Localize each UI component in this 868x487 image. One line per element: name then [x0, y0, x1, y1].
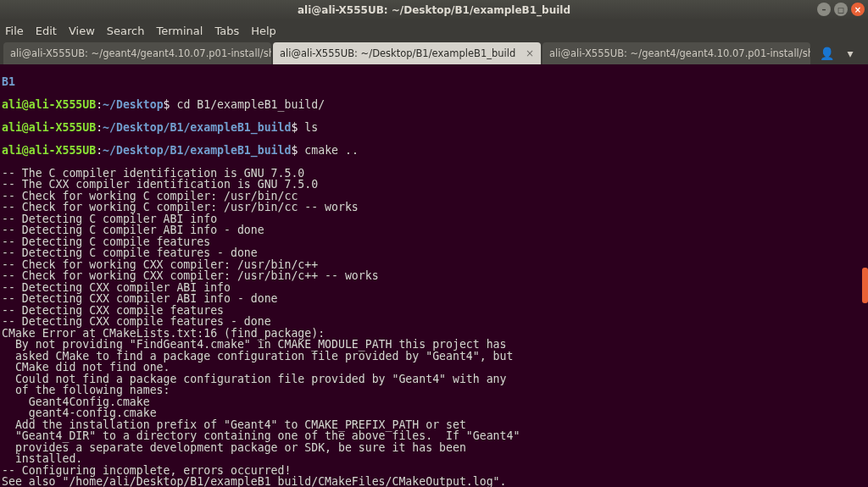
- maximize-icon[interactable]: ◻: [834, 3, 848, 16]
- prompt-colon: :: [96, 98, 103, 111]
- window-title: ali@ali-X555UB: ~/Desktop/B1/exampleB1_b…: [298, 4, 570, 16]
- output-text: of the following names:: [2, 385, 866, 396]
- minimize-icon[interactable]: –: [817, 3, 831, 16]
- prompt-userhost: ali@ali-X555UB: [2, 121, 96, 134]
- output-text: -- Check for working C compiler: /usr/bi…: [2, 202, 866, 213]
- menu-search[interactable]: Search: [107, 25, 145, 37]
- menu-file[interactable]: File: [5, 25, 24, 37]
- command-text: cd B1/exampleB1_build/: [176, 98, 325, 111]
- scrollbar-thumb[interactable]: [862, 268, 868, 303]
- output-text: "Geant4_DIR" to a directory containing o…: [2, 430, 866, 442]
- output-text: -- Detecting C compile features - done: [2, 247, 866, 259]
- output-text: Could not find a package configuration f…: [2, 374, 866, 385]
- command-text: cmake ..: [304, 144, 359, 157]
- output-text: -- The CXX compiler identification is GN…: [2, 179, 866, 191]
- menu-bar: File Edit View Search Terminal Tabs Help: [0, 20, 868, 41]
- menu-edit[interactable]: Edit: [36, 25, 57, 37]
- tab-2[interactable]: ali@ali-X555UB: ~/Desktop/B1/exampleB1_b…: [273, 42, 541, 64]
- tab-close-icon[interactable]: ×: [522, 47, 534, 59]
- tab-label: ali@ali-X555UB: ~/geant4/geant4.10.07.p0…: [10, 47, 271, 59]
- tab-label: ali@ali-X555UB: ~/geant4/geant4.10.07.p0…: [549, 47, 810, 59]
- output-text: -- Detecting CXX compile features: [2, 305, 866, 317]
- window-controls: – ◻ ×: [817, 3, 865, 16]
- tab-menu-icon[interactable]: ▾: [841, 44, 860, 63]
- output-text: geant4-config.cmake: [2, 407, 866, 419]
- menu-view[interactable]: View: [69, 25, 95, 37]
- output-text: -- Detecting C compile features: [2, 236, 866, 248]
- output-text: -- Check for working CXX compiler: /usr/…: [2, 259, 866, 271]
- output-text: -- Configuring incomplete, errors occurr…: [2, 465, 866, 477]
- window-titlebar: ali@ali-X555UB: ~/Desktop/B1/exampleB1_b…: [0, 0, 868, 20]
- command-text: ls: [304, 121, 318, 134]
- menu-terminal[interactable]: Terminal: [156, 25, 203, 37]
- output-text: -- Check for working CXX compiler: /usr/…: [2, 270, 866, 282]
- output-text: -- Detecting CXX compiler ABI info: [2, 282, 866, 294]
- prompt-path: ~/Desktop/B1/exampleB1_build: [103, 121, 291, 134]
- tab-tools: 👤 ▾: [812, 44, 865, 64]
- output-text: CMake Error at CMakeLists.txt:16 (find_p…: [2, 328, 866, 340]
- output-text: See also "/home/ali/Desktop/B1/exampleB1…: [2, 476, 866, 487]
- output-text: -- Detecting C compiler ABI info - done: [2, 224, 866, 236]
- prompt-colon: :: [96, 121, 103, 134]
- output-text: Add the installation prefix of "Geant4" …: [2, 419, 866, 431]
- prompt-path: ~/Desktop/B1/exampleB1_build: [103, 144, 291, 157]
- output-text: By not providing "FindGeant4.cmake" in C…: [2, 339, 866, 351]
- prompt-dollar: $: [291, 144, 304, 157]
- tab-3[interactable]: ali@ali-X555UB: ~/geant4/geant4.10.07.p0…: [542, 42, 810, 64]
- output-text: installed.: [2, 453, 866, 465]
- tab-1[interactable]: ali@ali-X555UB: ~/geant4/geant4.10.07.p0…: [3, 42, 271, 64]
- menu-help[interactable]: Help: [251, 25, 276, 37]
- prompt-userhost: ali@ali-X555UB: [2, 98, 96, 111]
- output-text: -- Detecting CXX compile features - done: [2, 316, 866, 328]
- tab-bar: ali@ali-X555UB: ~/geant4/geant4.10.07.p0…: [0, 41, 868, 64]
- tab-label: ali@ali-X555UB: ~/Desktop/B1/exampleB1_b…: [280, 47, 515, 59]
- new-tab-icon[interactable]: 👤: [817, 44, 836, 63]
- output-text: CMake did not find one.: [2, 362, 866, 374]
- terminal-output[interactable]: B1 ali@ali-X555UB:~/Desktop$ cd B1/examp…: [0, 64, 868, 487]
- output-text: -- The C compiler identification is GNU …: [2, 168, 866, 180]
- output-text: -- Check for working C compiler: /usr/bi…: [2, 191, 866, 202]
- prompt-dollar: $: [164, 98, 177, 111]
- output-text: -- Detecting CXX compiler ABI info - don…: [2, 293, 866, 305]
- output-text: -- Detecting C compiler ABI info: [2, 213, 866, 225]
- prompt-userhost: ali@ali-X555UB: [2, 144, 96, 157]
- output-text: Geant4Config.cmake: [2, 396, 866, 408]
- prompt-path: ~/Desktop: [103, 98, 163, 111]
- close-icon[interactable]: ×: [851, 3, 865, 16]
- prompt-dollar: $: [291, 121, 304, 134]
- output-text: B1: [2, 75, 15, 88]
- output-text: provides a separate development package …: [2, 442, 866, 454]
- prompt-colon: :: [96, 144, 103, 157]
- output-text: asked CMake to find a package configurat…: [2, 351, 866, 362]
- menu-tabs[interactable]: Tabs: [214, 25, 239, 37]
